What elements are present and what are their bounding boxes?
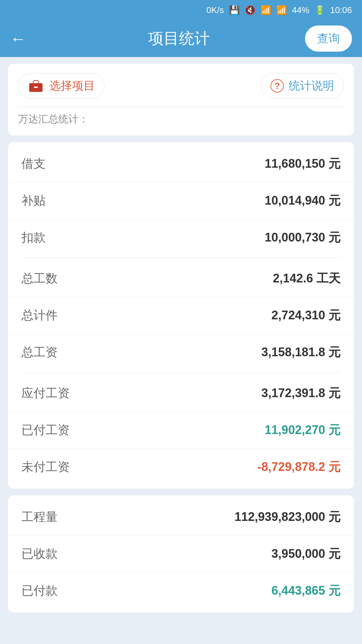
battery-icon: 🔋 bbox=[314, 5, 325, 15]
stat-label: 补贴 bbox=[21, 193, 46, 209]
question-icon: ? bbox=[270, 79, 284, 93]
stat-value: 10,014,940 元 bbox=[265, 193, 341, 209]
mute-icon: 🔇 bbox=[245, 5, 255, 15]
time-display: 10:06 bbox=[330, 5, 352, 15]
table-row: 总工资 3,158,181.8 元 bbox=[8, 334, 354, 371]
briefcase-icon bbox=[28, 79, 44, 93]
stat-value-green: 11,902,270 元 bbox=[265, 422, 341, 438]
stat-value: 10,000,730 元 bbox=[265, 229, 341, 246]
stat-value: 2,142.6 工天 bbox=[273, 270, 341, 287]
table-row: 总计件 2,724,310 元 bbox=[8, 297, 354, 334]
stat-label: 已付工资 bbox=[21, 422, 70, 438]
action-row: 选择项目 ? 统计说明 bbox=[18, 73, 344, 99]
stat-label: 总工资 bbox=[21, 344, 58, 361]
action-card: 选择项目 ? 统计说明 万达汇总统计： bbox=[8, 64, 354, 136]
signal-icon: 📶 bbox=[276, 5, 287, 15]
stat-label: 未付工资 bbox=[21, 459, 70, 475]
table-row: 应付工资 3,172,391.8 元 bbox=[8, 375, 354, 412]
table-row: 总工数 2,142.6 工天 bbox=[8, 260, 354, 297]
stat-label: 工程量 bbox=[21, 509, 58, 525]
page-title: 项目统计 bbox=[33, 28, 325, 49]
app-bar: ← 项目统计 查询 bbox=[0, 20, 362, 57]
divider bbox=[18, 107, 344, 107]
select-project-label: 选择项目 bbox=[49, 78, 95, 94]
stats-info-label: 统计说明 bbox=[289, 78, 334, 94]
stat-label: 总工数 bbox=[21, 270, 58, 287]
select-project-button[interactable]: 选择项目 bbox=[18, 73, 105, 99]
table-row: 未付工资 -8,729,878.2 元 bbox=[8, 448, 354, 485]
storage-icon: 💾 bbox=[229, 5, 240, 15]
stat-value: 112,939,823,000 元 bbox=[235, 509, 341, 525]
section-divider bbox=[21, 373, 341, 373]
stat-value: 11,680,150 元 bbox=[265, 156, 341, 172]
stat-label: 应付工资 bbox=[21, 385, 70, 401]
stat-label: 总计件 bbox=[21, 307, 58, 324]
section-divider bbox=[21, 258, 341, 258]
stat-value: 3,158,181.8 元 bbox=[261, 344, 341, 361]
stats-info-button[interactable]: ? 统计说明 bbox=[261, 73, 344, 99]
stat-value-green: 6,443,865 元 bbox=[272, 583, 341, 599]
status-bar-content: 0K/s 💾 🔇 📶 📶 44% 🔋 10:06 bbox=[206, 5, 352, 15]
total-label: 万达汇总统计： bbox=[18, 113, 88, 124]
main-content: 选择项目 ? 统计说明 万达汇总统计： 借支 11,680,150 元 补贴 1… bbox=[0, 57, 362, 639]
stats-card-2: 工程量 112,939,823,000 元 已收款 3,950,000 元 已付… bbox=[8, 495, 354, 612]
table-row: 已收款 3,950,000 元 bbox=[8, 535, 354, 572]
stat-label: 已付款 bbox=[21, 583, 58, 599]
svg-rect-1 bbox=[34, 87, 38, 88]
battery-level: 44% bbox=[292, 5, 309, 15]
query-button[interactable]: 查询 bbox=[305, 25, 352, 52]
stat-value-red: -8,729,878.2 元 bbox=[257, 459, 341, 475]
network-speed: 0K/s bbox=[206, 5, 224, 15]
table-row: 补贴 10,014,940 元 bbox=[8, 182, 354, 219]
stat-label: 扣款 bbox=[21, 229, 46, 246]
stat-label: 借支 bbox=[21, 156, 46, 172]
table-row: 借支 11,680,150 元 bbox=[8, 146, 354, 182]
stat-value: 2,724,310 元 bbox=[272, 307, 341, 324]
table-row: 已付工资 11,902,270 元 bbox=[8, 412, 354, 448]
table-row: 已付款 6,443,865 元 bbox=[8, 572, 354, 609]
stats-card-1: 借支 11,680,150 元 补贴 10,014,940 元 扣款 10,00… bbox=[8, 142, 354, 489]
stat-value: 3,950,000 元 bbox=[272, 546, 341, 562]
stat-label: 已收款 bbox=[21, 546, 58, 562]
stat-value: 3,172,391.8 元 bbox=[261, 385, 341, 401]
wifi-icon: 📶 bbox=[260, 5, 271, 15]
table-row: 扣款 10,000,730 元 bbox=[8, 219, 354, 256]
back-button[interactable]: ← bbox=[10, 30, 26, 48]
bottom-space bbox=[8, 619, 354, 633]
table-row: 工程量 112,939,823,000 元 bbox=[8, 499, 354, 535]
status-bar: 0K/s 💾 🔇 📶 📶 44% 🔋 10:06 bbox=[0, 0, 362, 20]
